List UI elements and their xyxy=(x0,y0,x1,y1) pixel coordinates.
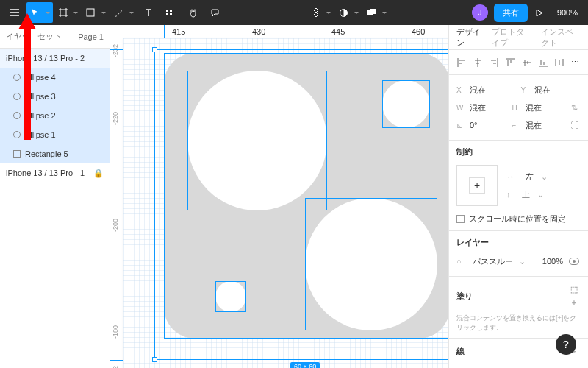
layer-section-title: レイヤー xyxy=(456,237,581,248)
resources-tool[interactable] xyxy=(160,2,181,23)
frame-header[interactable]: iPhone 13 / 13 Pro - 2 xyxy=(0,49,110,68)
align-controls: ⋯ xyxy=(449,50,588,75)
text-tool[interactable] xyxy=(138,2,159,23)
layers-panel: イヤー セット Page 1 iPhone 13 / 13 Pro - 2 El… xyxy=(0,25,110,368)
move-tool[interactable] xyxy=(26,2,53,23)
x-label: X xyxy=(456,86,465,94)
menu-button[interactable] xyxy=(4,2,25,23)
independent-corners-icon[interactable]: ⛶ xyxy=(567,118,581,132)
zoom-level[interactable]: 900% xyxy=(551,8,584,17)
ruler-vertical: -232 -220 -200 -180 -172 xyxy=(110,38,123,368)
inspect-tab[interactable]: インスペクト xyxy=(541,26,581,49)
dimensions-label: 60 × 60 xyxy=(290,362,320,368)
hand-tool[interactable] xyxy=(182,2,203,23)
constraints-title: 制約 xyxy=(456,146,581,158)
svg-rect-2 xyxy=(170,10,172,12)
align-top-icon[interactable] xyxy=(505,57,515,68)
properties-panel: デザイン プロトタイプ インスペクト ⋯ X混在 Y混在 W混在 H混在 ⇅ xyxy=(448,25,588,368)
fill-title: 塗り xyxy=(456,291,473,302)
shape-tool[interactable] xyxy=(82,2,109,23)
ruler-corner xyxy=(110,25,123,38)
fix-scroll-checkbox[interactable]: スクロール時に位置を固定 xyxy=(456,213,581,224)
h-label: H xyxy=(512,104,521,112)
present-button[interactable] xyxy=(529,2,550,23)
component-icon[interactable] xyxy=(307,2,334,23)
x-value[interactable]: 混在 xyxy=(470,85,517,96)
more-icon[interactable]: ⋯ xyxy=(570,57,581,68)
help-button[interactable]: ? xyxy=(556,334,576,355)
layer-opacity[interactable]: 100% xyxy=(542,257,563,266)
svg-rect-0 xyxy=(87,9,94,16)
top-toolbar: J 共有 900% xyxy=(0,0,588,25)
w-value[interactable]: 混在 xyxy=(470,102,508,113)
constraint-h[interactable]: 左 xyxy=(526,171,534,183)
ruler-mark xyxy=(110,360,123,361)
align-center-v-icon[interactable] xyxy=(522,57,532,68)
frame-locked[interactable]: iPhone 13 / 13 Pro - 1🔒 xyxy=(0,163,110,183)
constraints-widget[interactable]: + xyxy=(456,165,498,206)
fill-note: 混合コンテンツを置き換えるには[+]をクリックします。 xyxy=(456,314,581,332)
ellipse-icon xyxy=(13,112,21,119)
ruler-horizontal: 415 430 445 460 475 xyxy=(123,25,448,38)
canvas[interactable]: 415 430 445 460 475 -232 -220 -200 -180 … xyxy=(110,25,448,368)
h-value[interactable]: 混在 xyxy=(526,102,564,113)
radius-icon: ⌐ xyxy=(512,121,521,130)
svg-rect-4 xyxy=(170,13,172,15)
layers-tab[interactable]: イヤー xyxy=(6,31,30,42)
add-fill-icon[interactable]: + xyxy=(567,296,581,309)
ellipse-icon xyxy=(13,131,21,138)
layer-item[interactable]: Ellipse 3 xyxy=(0,87,110,106)
ellipse-icon xyxy=(13,74,21,81)
layer-label: Ellipse 3 xyxy=(25,92,56,101)
layer-item[interactable]: Rectangle 5 xyxy=(0,144,110,163)
svg-rect-1 xyxy=(166,10,168,12)
comment-tool[interactable] xyxy=(204,2,225,23)
layer-label: Ellipse 2 xyxy=(25,111,56,120)
layer-item[interactable]: Ellipse 4 xyxy=(0,68,110,87)
pen-tool[interactable] xyxy=(110,2,137,23)
link-dims-icon[interactable]: ⇅ xyxy=(567,101,581,114)
rectangle-icon xyxy=(13,150,21,158)
blend-mode[interactable]: パススルー xyxy=(473,256,513,267)
layer-item[interactable]: Ellipse 1 xyxy=(0,125,110,144)
rotation-value[interactable]: 0° xyxy=(470,121,508,130)
align-center-h-icon[interactable] xyxy=(473,57,483,68)
align-right-icon[interactable] xyxy=(489,57,499,68)
assets-tab[interactable]: セット xyxy=(37,31,62,42)
style-icon[interactable]: ⬚ xyxy=(567,283,581,296)
frame-tool[interactable] xyxy=(54,2,81,23)
visibility-icon[interactable] xyxy=(567,255,581,268)
user-avatar[interactable]: J xyxy=(472,4,488,21)
layer-label: Ellipse 1 xyxy=(25,130,56,139)
ruler-mark xyxy=(164,25,165,38)
svg-rect-3 xyxy=(166,13,168,15)
align-left-icon[interactable] xyxy=(456,57,467,68)
radius-value[interactable]: 混在 xyxy=(526,120,564,131)
stroke-title: 線 xyxy=(456,346,465,357)
layer-label: Rectangle 5 xyxy=(25,149,68,158)
page-selector[interactable]: Page 1 xyxy=(78,32,104,41)
rotation-icon: ⊾ xyxy=(456,121,465,130)
share-button[interactable]: 共有 xyxy=(494,4,528,22)
prototype-tab[interactable]: プロトタイプ xyxy=(492,26,531,49)
y-value[interactable]: 混在 xyxy=(534,85,581,96)
boolean-icon[interactable] xyxy=(363,2,390,23)
mask-icon[interactable] xyxy=(335,2,362,23)
align-bottom-icon[interactable] xyxy=(538,57,548,68)
layer-item[interactable]: Ellipse 2 xyxy=(0,106,110,125)
w-label: W xyxy=(456,104,465,112)
ellipse-icon xyxy=(13,93,21,100)
layer-label: Ellipse 4 xyxy=(25,73,56,82)
lock-icon: 🔒 xyxy=(93,169,104,178)
ruler-mark xyxy=(110,49,123,50)
distribute-icon[interactable] xyxy=(554,57,564,68)
svg-rect-7 xyxy=(370,9,376,14)
y-label: Y xyxy=(521,86,530,94)
design-tab[interactable]: デザイン xyxy=(456,26,483,49)
constraint-v[interactable]: 上 xyxy=(522,189,530,200)
